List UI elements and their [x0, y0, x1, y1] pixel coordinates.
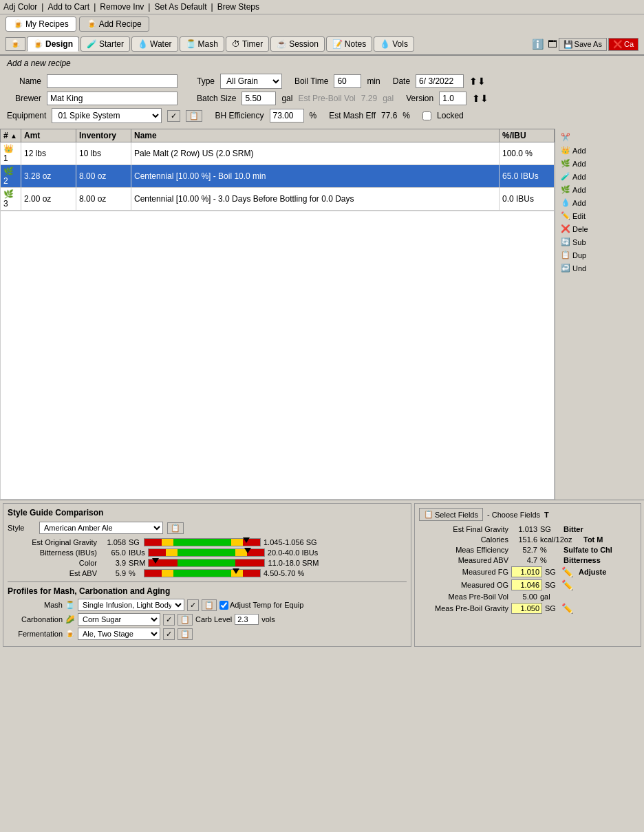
- meas-fg-unit: SG: [545, 568, 559, 576]
- toolbar-remove-inv[interactable]: Remove Inv: [100, 2, 144, 12]
- date-input[interactable]: [416, 74, 464, 88]
- row2-ibu: 65.0 IBUs: [500, 165, 555, 188]
- delete-icon: ❌: [561, 224, 570, 233]
- table-row[interactable]: 🌿 3 2.00 oz 8.00 oz Centennial [10.00 %]…: [1, 188, 555, 211]
- tab-vols[interactable]: 💧 Vols: [374, 36, 414, 52]
- layout-icon[interactable]: 🗔: [548, 39, 557, 50]
- date-spinner[interactable]: ⬆⬇: [469, 76, 486, 87]
- batch-size-input[interactable]: [242, 92, 276, 105]
- tab-session[interactable]: ☕ Session: [270, 36, 325, 52]
- timer-icon: ⏱: [232, 39, 240, 49]
- edit-button[interactable]: ✏️ Edit: [558, 210, 641, 222]
- sub-button[interactable]: 🔄 Sub: [558, 236, 641, 248]
- ibu-row: Bitterness (IBUs) 65.0 IBUs 20.0-40.0 IB…: [8, 548, 407, 557]
- bh-eff-input[interactable]: [270, 109, 304, 122]
- tab-notes[interactable]: 📝 Notes: [326, 36, 372, 52]
- fields-icon: 📋: [424, 510, 433, 519]
- meas-preboil-vol-unit: gal: [540, 593, 554, 601]
- toolbar-set-default[interactable]: Set As Default: [154, 2, 206, 12]
- tab-bar: 🍺 🍺 Design 🧪 Starter 💧 Water 🫙 Mash ⏱ Ti…: [0, 34, 644, 56]
- toolbar-add-to-cart[interactable]: Add to Cart: [47, 2, 89, 12]
- ferm-copy-button[interactable]: 📋: [178, 628, 193, 640]
- add-misc-button[interactable]: 🧪 Add: [558, 171, 641, 182]
- style-info-button[interactable]: 📋: [167, 522, 184, 534]
- my-recipes-label: My Recipes: [25, 19, 69, 29]
- tab-water[interactable]: 💧 Water: [131, 36, 178, 52]
- fermentation-row: Fermentation 🍺 Ale, Two Stage ✓ 📋: [8, 628, 407, 640]
- info-icon[interactable]: ℹ️: [532, 39, 544, 50]
- mash-check-button[interactable]: ✓: [187, 599, 199, 611]
- boil-time-input[interactable]: [334, 74, 361, 88]
- toolbar-brew-steps[interactable]: Brew Steps: [217, 2, 259, 12]
- tab-design[interactable]: 🍺 Design: [27, 36, 79, 52]
- mash-select[interactable]: Single Infusion, Light Body, No Mas: [78, 599, 184, 611]
- table-row[interactable]: 🌿 2 3.28 oz 8.00 oz Centennial [10.00 %]…: [1, 165, 555, 188]
- col-header-name[interactable]: Name: [131, 129, 500, 142]
- meas-fg-label: Measured FG: [419, 568, 508, 576]
- col-header-num[interactable]: # ▲: [1, 129, 21, 142]
- tab-mash[interactable]: 🫙 Mash: [180, 36, 224, 52]
- carbonation-select[interactable]: Corn Sugar: [78, 613, 160, 626]
- meas-og-edit-icon[interactable]: ✏️: [561, 579, 573, 590]
- tab-starter[interactable]: 🧪 Starter: [80, 36, 130, 52]
- meas-og-input[interactable]: [511, 579, 542, 590]
- meas-abv-row: Measured ABV 4.7 % Bitterness: [419, 556, 636, 564]
- carb-level-input[interactable]: [235, 614, 259, 625]
- scissors-button[interactable]: ✂️: [558, 131, 641, 143]
- row2-amt[interactable]: 3.28 oz: [21, 165, 76, 188]
- carb-check-button[interactable]: ✓: [163, 614, 175, 626]
- row1-amt[interactable]: 12 lbs: [21, 142, 76, 165]
- row2-name: Centennial [10.00 %] - Boil 10.0 min: [131, 165, 500, 188]
- col-header-inventory[interactable]: Inventory: [76, 129, 131, 142]
- meas-abv-label: Measured ABV: [419, 556, 508, 564]
- table-row[interactable]: 👑 1 12 lbs 10 lbs Pale Malt (2 Row) US (…: [1, 142, 555, 165]
- ibu-label: Bitterness (IBUs): [8, 548, 97, 557]
- row3-amt[interactable]: 2.00 oz: [21, 188, 76, 211]
- dup-button[interactable]: 📋 Dup: [558, 249, 641, 261]
- meas-fg-input[interactable]: [511, 566, 542, 577]
- equipment-select[interactable]: 01 Spike System: [52, 108, 162, 123]
- meas-preboil-grav-edit-icon[interactable]: ✏️: [561, 603, 573, 614]
- meas-fg-edit-icon[interactable]: ✏️: [561, 566, 573, 577]
- add-recipe-button[interactable]: 🍺 Add Recipe: [79, 17, 149, 32]
- hop-icon: 🌿: [3, 167, 14, 176]
- carb-copy-button[interactable]: 📋: [178, 614, 193, 626]
- add-grain-button[interactable]: 👑 Add: [558, 145, 641, 156]
- cancel-button[interactable]: ❌ Ca: [608, 38, 638, 51]
- save-as-button[interactable]: 💾 Save As: [559, 38, 607, 51]
- mash-copy-button[interactable]: 📋: [202, 599, 217, 611]
- adjust-temp-checkbox[interactable]: [219, 601, 228, 610]
- col-header-amt[interactable]: Amt: [21, 129, 76, 142]
- brewer-input[interactable]: [47, 92, 178, 105]
- equipment-copy-button[interactable]: 📋: [186, 110, 202, 122]
- my-recipes-button[interactable]: 🍺 My Recipes: [6, 17, 76, 32]
- ibu-bar-green: [178, 549, 235, 556]
- style-select[interactable]: American Amber Ale: [39, 522, 163, 534]
- delete-button[interactable]: ❌ Dele: [558, 223, 641, 235]
- cal-value: 151.6: [511, 535, 537, 544]
- locked-checkbox[interactable]: [422, 111, 431, 120]
- select-fields-button[interactable]: 📋 Select Fields: [419, 508, 483, 521]
- version-spinner[interactable]: ⬆⬇: [472, 93, 489, 104]
- version-input[interactable]: [439, 92, 466, 105]
- tab-timer[interactable]: ⏱ Timer: [226, 36, 269, 52]
- notes-icon: 📝: [332, 39, 343, 49]
- divider: [8, 582, 407, 582]
- locked-label: Locked: [437, 111, 464, 120]
- col-header-ibu[interactable]: %/IBU: [500, 129, 555, 142]
- undo-button[interactable]: ↩️ Und: [558, 262, 641, 274]
- toolbar-adj-color[interactable]: Adj Color: [3, 2, 37, 12]
- fermentation-select[interactable]: Ale, Two Stage: [78, 628, 160, 640]
- color-label: Color: [8, 559, 97, 567]
- add-water-button[interactable]: 💧 Add: [558, 197, 641, 209]
- equipment-check-button[interactable]: ✓: [167, 110, 180, 122]
- row3-name: Centennial [10.00 %] - 3.0 Days Before B…: [131, 188, 500, 211]
- meas-eff-value: 52.7: [511, 546, 537, 554]
- add-yeast-button[interactable]: 🌿 Add: [558, 184, 641, 195]
- batch-size-label: Batch Size: [197, 94, 236, 103]
- meas-preboil-grav-input[interactable]: [511, 603, 542, 614]
- add-hop-button[interactable]: 🌿 Add: [558, 158, 641, 169]
- type-select[interactable]: All Grain: [220, 74, 282, 89]
- name-input[interactable]: [47, 74, 178, 88]
- ferm-check-button[interactable]: ✓: [163, 628, 175, 640]
